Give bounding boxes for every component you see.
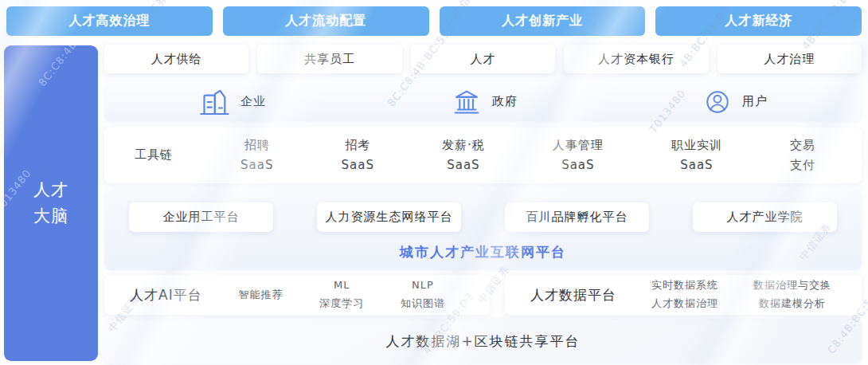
user-icon xyxy=(703,88,732,116)
bank-icon xyxy=(452,87,482,117)
ai-item-line2: 深度学习 xyxy=(319,295,364,313)
pillar-mobility: 人才流动配置 xyxy=(223,6,429,36)
ai-data-row: 人才AI平台 智能推荐 ML 深度学习 NLP 知识图谱 人才数据平台 实时数据… xyxy=(104,275,862,315)
supply-row: 人才供给 共享员工 人才 人才资本银行 人才治理 xyxy=(104,45,862,73)
block-hr-ecosystem-network-platform: 人力资源生态网络平台 xyxy=(317,202,461,232)
block-talent-capital-bank: 人才资本银行 xyxy=(564,45,708,73)
toolchain-item-line1: 人事管理 xyxy=(553,135,604,156)
city-talent-industry-internet-platform-title: 城市人才产业互联网平台 xyxy=(104,243,862,261)
building-icon xyxy=(198,86,230,118)
data-item-line2: 数据建模分析 xyxy=(753,295,831,313)
data-item-realtime-governance: 实时数据系统 人才数据治理 xyxy=(651,277,718,313)
toolchain-item-line2: SaaS xyxy=(442,155,485,176)
toolchain-item-line1: 职业实训 xyxy=(671,135,722,156)
toolchain-payroll-tax-saas: 发薪·税 SaaS xyxy=(442,135,485,176)
block-talent-industry-academy: 人才产业学院 xyxy=(693,202,837,232)
talent-data-platform-title: 人才数据平台 xyxy=(530,286,616,304)
data-item-line1: 数据治理与交换 xyxy=(753,277,831,295)
pillar-new-economy: 人才新经济 xyxy=(655,6,862,36)
pillar-governance: 人才高效治理 xyxy=(6,6,213,36)
toolchain-item-line1: 交易 xyxy=(790,135,815,156)
toolchain-label: 工具链 xyxy=(135,145,173,166)
pillar-innovation: 人才创新产业 xyxy=(440,6,646,36)
block-talent-governance: 人才治理 xyxy=(717,45,862,73)
toolchain-hr-management-saas: 人事管理 SaaS xyxy=(553,135,604,176)
actor-enterprise: 企业 xyxy=(198,86,266,118)
data-item-exchange-modeling: 数据治理与交换 数据建模分析 xyxy=(753,277,831,313)
block-baichuan-brand-incubation-platform: 百川品牌孵化平台 xyxy=(505,202,649,232)
toolchain-item-line2: 支付 xyxy=(790,155,815,176)
toolchain-trade-payment: 交易 支付 xyxy=(790,135,815,176)
toolchain-recruiting-saas: 招聘 SaaS xyxy=(240,135,273,176)
actor-enterprise-label: 企业 xyxy=(240,94,266,109)
actor-user: 用户 xyxy=(703,88,768,116)
ai-item-ml-deep-learning: ML 深度学习 xyxy=(319,277,364,313)
actor-user-label: 用户 xyxy=(742,94,768,109)
actor-government-label: 政府 xyxy=(492,94,518,109)
talent-brain-block: 人才 大脑 xyxy=(4,45,98,361)
platform-blocks: 企业用工平台 人力资源生态网络平台 百川品牌孵化平台 人才产业学院 xyxy=(104,189,862,232)
block-enterprise-employment-platform: 企业用工平台 xyxy=(129,202,273,232)
toolchain-item-line2: SaaS xyxy=(553,155,604,176)
toolchain-vocational-training-saas: 职业实训 SaaS xyxy=(671,135,722,176)
toolchain-item-line1: 招考 xyxy=(342,135,374,156)
ai-item-line1: NLP xyxy=(401,277,445,295)
talent-data-platform-panel: 人才数据平台 实时数据系统 人才数据治理 数据治理与交换 数据建模分析 xyxy=(505,275,862,315)
toolchain-item-line1: 招聘 xyxy=(240,135,273,156)
main-content: 人才供给 共享员工 人才 人才资本银行 人才治理 企业 xyxy=(104,45,862,363)
toolchain-item-line2: SaaS xyxy=(240,155,273,176)
talent-brain-line2: 大脑 xyxy=(33,203,68,230)
block-talent-supply: 人才供给 xyxy=(104,45,248,73)
data-item-line1: 实时数据系统 xyxy=(651,277,718,295)
toolchain-panel: 工具链 招聘 SaaS 招考 SaaS 发薪·税 SaaS 人事管理 SaaS … xyxy=(104,128,862,183)
toolchain-item-line1: 发薪·税 xyxy=(442,135,485,156)
ai-item-line2: 知识图谱 xyxy=(401,295,445,313)
talent-brain-line1: 人才 xyxy=(33,177,68,203)
talent-brain-label: 人才 大脑 xyxy=(4,177,68,229)
talent-ai-platform-panel: 人才AI平台 智能推荐 ML 深度学习 NLP 知识图谱 xyxy=(104,275,490,315)
data-item-line2: 人才数据治理 xyxy=(651,295,718,313)
toolchain-item-line2: SaaS xyxy=(671,155,722,176)
ai-item-nlp-knowledge-graph: NLP 知识图谱 xyxy=(401,277,445,313)
platforms-panel: 企业用工平台 人力资源生态网络平台 百川品牌孵化平台 人才产业学院 城市人才产业… xyxy=(104,189,862,270)
actors-panel: 企业 政府 xyxy=(104,81,862,122)
ai-item-line1: ML xyxy=(319,277,364,295)
talent-brain-architecture-diagram: T013480 8C:C8:4B 中信证券 8C:C8:4B:BC:59:D3 … xyxy=(0,0,868,365)
pillar-row: 人才高效治理 人才流动配置 人才创新产业 人才新经济 xyxy=(6,6,862,36)
talent-ai-platform-title: 人才AI平台 xyxy=(130,286,202,304)
ai-item-smart-recommendation: 智能推荐 xyxy=(238,286,283,304)
toolchain-exam-saas: 招考 SaaS xyxy=(342,135,374,176)
block-talent: 人才 xyxy=(411,45,555,73)
data-lake-blockchain-platform: 人才数据湖+区块链共享平台 xyxy=(104,319,862,363)
block-shared-staff: 共享员工 xyxy=(257,45,401,73)
actor-government: 政府 xyxy=(452,87,518,117)
toolchain-item-line2: SaaS xyxy=(342,155,374,176)
